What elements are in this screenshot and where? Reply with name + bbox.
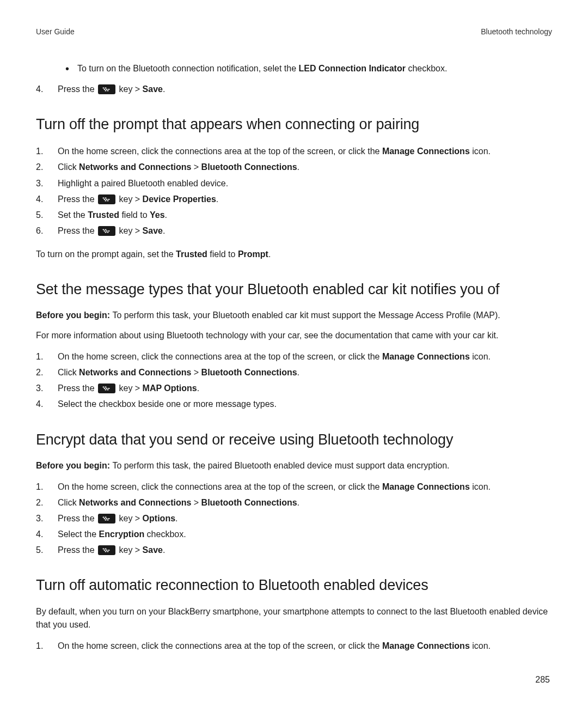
item-number: 1.	[36, 638, 58, 653]
item-text: Click Networks and Connections > Bluetoo…	[58, 495, 552, 510]
list-item: 1. On the home screen, click the connect…	[36, 638, 552, 653]
item-number: 3.	[36, 511, 58, 526]
item-number: 2.	[36, 160, 58, 174]
text: To perform this task, your Bluetooth ena…	[112, 311, 500, 320]
section-heading: Set the message types that your Bluetoot…	[36, 280, 552, 299]
bold-text: Save	[143, 84, 163, 94]
svg-point-7	[102, 197, 104, 198]
text: key >	[117, 226, 143, 235]
text: .	[297, 498, 299, 507]
paragraph: To turn on the prompt again, set the Tru…	[36, 248, 552, 261]
section-heading: Turn off the prompt that appears when co…	[36, 115, 552, 134]
ordered-list: 1. On the home screen, click the connect…	[36, 349, 552, 412]
text: .	[297, 162, 299, 172]
bold-text: Encryption	[99, 530, 145, 539]
text: .	[297, 368, 299, 377]
svg-point-2	[103, 89, 105, 90]
list-item: 1. On the home screen, click the connect…	[36, 144, 552, 159]
text: icon.	[470, 482, 491, 491]
item-text: Highlight a paired Bluetooth enabled dev…	[58, 176, 552, 191]
bold-text: Yes	[150, 210, 165, 220]
bold-text: Networks and Connections	[79, 498, 191, 507]
svg-point-15	[105, 229, 106, 230]
svg-point-22	[105, 386, 106, 387]
svg-point-13	[107, 200, 108, 201]
list-item: 2. Click Networks and Connections > Blue…	[36, 160, 552, 174]
item-number: 1.	[36, 349, 58, 364]
item-text: Select the Encryption checkbox.	[58, 527, 552, 541]
svg-point-37	[103, 550, 105, 551]
item-number: 5.	[36, 208, 58, 222]
text: key >	[117, 514, 143, 523]
bold-text: Manage Connections	[382, 641, 470, 650]
page-number: 285	[36, 675, 552, 685]
svg-point-36	[105, 548, 106, 549]
text: To perform this task, the paired Bluetoo…	[112, 461, 449, 470]
text: key >	[117, 194, 143, 204]
svg-point-23	[103, 388, 105, 389]
text: field to	[119, 210, 150, 220]
list-item: 5. Set the Trusted field to Yes.	[36, 208, 552, 222]
svg-point-33	[105, 519, 106, 520]
item-number: 4.	[36, 192, 58, 206]
bold-text: Trusted	[176, 249, 207, 259]
text: >	[191, 368, 201, 377]
ordered-list: 1. On the home screen, click the connect…	[36, 638, 552, 653]
list-item: 2. Click Networks and Connections > Blue…	[36, 365, 552, 380]
ordered-list: 1. On the home screen, click the connect…	[36, 144, 552, 238]
paragraph: Before you begin: To perform this task, …	[36, 309, 552, 322]
item-text: On the home screen, click the connection…	[58, 144, 552, 159]
bold-text: Bluetooth Connections	[201, 368, 297, 377]
text: Press the	[58, 226, 97, 235]
svg-point-5	[105, 90, 106, 91]
svg-point-29	[105, 516, 106, 518]
text: Press the	[58, 384, 97, 393]
bold-text: Manage Connections	[382, 147, 470, 156]
bold-text: Before you begin:	[36, 311, 112, 320]
ordered-list: 1. On the home screen, click the connect…	[36, 479, 552, 558]
svg-point-26	[105, 389, 106, 390]
text: key >	[117, 84, 143, 94]
text: On the home screen, click the connection…	[58, 147, 382, 156]
text: Press the	[58, 514, 97, 523]
text: key >	[117, 384, 143, 393]
svg-point-41	[107, 551, 108, 552]
text: On the home screen, click the connection…	[58, 352, 382, 361]
item-number: 1.	[36, 479, 58, 494]
svg-point-21	[102, 386, 104, 387]
text: Press the	[58, 194, 97, 204]
list-item: 4. Select the Encryption checkbox.	[36, 527, 552, 541]
svg-point-14	[102, 229, 104, 230]
text: checkbox.	[144, 530, 186, 539]
text: .	[268, 249, 271, 259]
text: checkbox.	[406, 64, 447, 73]
text: .	[216, 194, 218, 204]
list-item: 3. Press the key > Options.	[36, 511, 552, 526]
svg-point-11	[108, 199, 109, 200]
svg-point-30	[103, 518, 105, 519]
text: key >	[117, 545, 143, 555]
item-number: 4.	[36, 527, 58, 541]
list-item: 4. Press the key > Device Properties.	[36, 192, 552, 206]
blackberry-menu-icon	[98, 226, 115, 236]
item-text: Select the checkbox beside one or more m…	[58, 397, 552, 411]
page: User Guide Bluetooth technology To turn …	[0, 0, 588, 701]
svg-point-0	[102, 87, 104, 88]
svg-point-28	[102, 516, 104, 518]
list-item: 5. Press the key > Save.	[36, 543, 552, 557]
paragraph: By default, when you turn on your BlackB…	[36, 605, 552, 632]
page-header: User Guide Bluetooth technology	[36, 27, 552, 36]
text: Press the	[58, 84, 97, 94]
svg-point-1	[105, 87, 106, 88]
bold-text: Trusted	[88, 210, 119, 220]
svg-point-4	[108, 89, 109, 90]
item-number: 6.	[36, 223, 58, 238]
blackberry-menu-icon	[98, 194, 115, 204]
list-item: 2. Click Networks and Connections > Blue…	[36, 495, 552, 510]
item-number: 2.	[36, 365, 58, 380]
bullet-item: To turn on the Bluetooth connection noti…	[69, 62, 552, 75]
svg-point-8	[105, 197, 106, 198]
svg-point-34	[107, 519, 108, 520]
list-item: 4. Select the checkbox beside one or mor…	[36, 397, 552, 411]
item-number: 3.	[36, 176, 58, 191]
